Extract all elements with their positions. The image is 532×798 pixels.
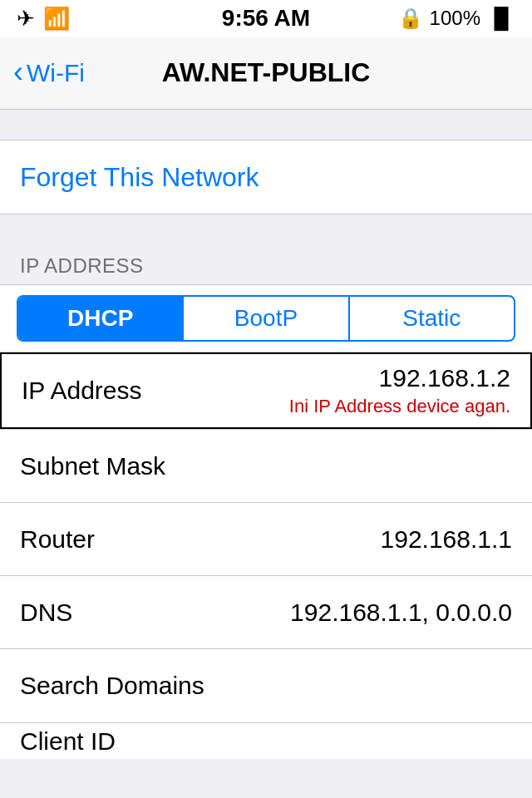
ip-address-note: Ini IP Address device agan.: [289, 396, 510, 417]
forget-network-row[interactable]: Forget This Network: [0, 140, 532, 214]
dns-label: DNS: [20, 598, 72, 627]
dns-value: 192.168.1.1, 0.0.0.0: [290, 598, 512, 627]
section-gap-1: [0, 110, 532, 140]
router-value: 192.168.1.1: [381, 525, 512, 554]
ip-address-header: IP ADDRESS: [0, 244, 532, 284]
forget-network-label: Forget This Network: [20, 162, 259, 193]
back-button[interactable]: ‹ Wi-Fi: [13, 57, 85, 90]
ip-address-label: IP Address: [22, 377, 142, 405]
network-details-section: Subnet Mask Router 192.168.1.1 DNS 192.1…: [0, 429, 532, 722]
back-label: Wi-Fi: [27, 59, 85, 87]
status-time: 9:56 AM: [222, 5, 310, 32]
client-id-row-partial: Client ID: [0, 722, 532, 759]
segment-bootp[interactable]: BootP: [182, 297, 347, 340]
page-title: AW.NET-PUBLIC: [162, 57, 371, 88]
segment-container: DHCP BootP Static: [0, 284, 532, 352]
router-row: Router 192.168.1.1: [0, 503, 532, 576]
status-left: ✈ 📶: [17, 6, 70, 32]
section-gap-2: [0, 214, 532, 244]
client-id-label: Client ID: [20, 727, 116, 756]
ip-address-value: 192.168.1.2: [379, 364, 510, 392]
ip-address-section: IP Address 192.168.1.2 Ini IP Address de…: [0, 352, 532, 429]
search-domains-row: Search Domains: [0, 649, 532, 722]
segment-dhcp[interactable]: DHCP: [18, 297, 182, 340]
segment-static[interactable]: Static: [348, 297, 514, 340]
segmented-control[interactable]: DHCP BootP Static: [17, 295, 515, 342]
battery-icon: ▐▌: [487, 7, 515, 30]
subnet-mask-label: Subnet Mask: [20, 452, 165, 480]
status-right: 🔒 100% ▐▌: [398, 7, 515, 30]
battery-percent: 100%: [430, 7, 480, 30]
dns-row: DNS 192.168.1.1, 0.0.0.0: [0, 576, 532, 649]
wifi-icon: 📶: [43, 6, 70, 32]
chevron-left-icon: ‹: [13, 55, 23, 90]
search-domains-label: Search Domains: [20, 672, 204, 700]
router-label: Router: [20, 525, 95, 554]
status-bar: ✈ 📶 9:56 AM 🔒 100% ▐▌: [0, 0, 532, 37]
nav-bar: ‹ Wi-Fi AW.NET-PUBLIC: [0, 37, 532, 110]
forget-network-section: Forget This Network: [0, 140, 532, 214]
lock-icon: 🔒: [398, 7, 423, 30]
ip-address-row: IP Address 192.168.1.2 Ini IP Address de…: [2, 354, 530, 427]
airplane-icon: ✈: [17, 6, 35, 32]
subnet-mask-row: Subnet Mask: [0, 430, 532, 503]
